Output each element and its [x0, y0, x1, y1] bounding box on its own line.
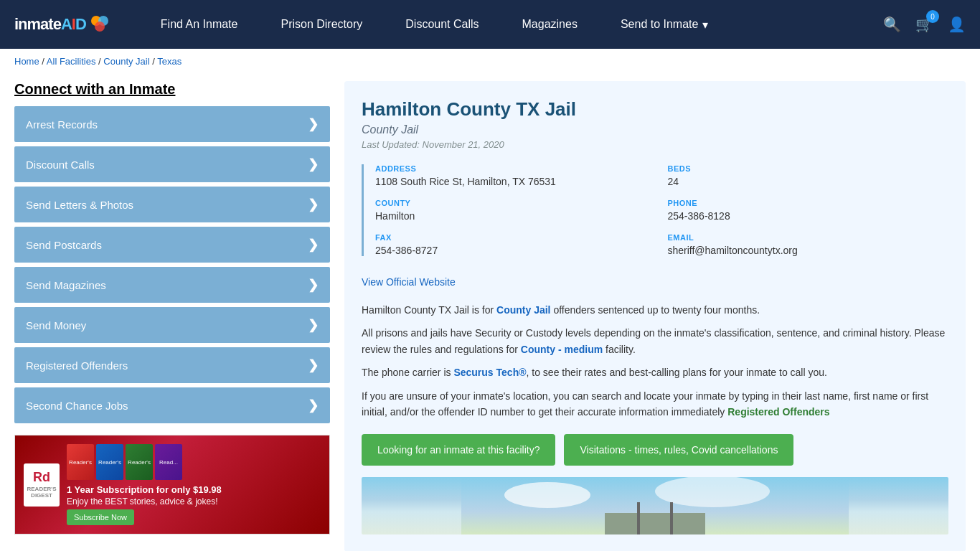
sidebar-item-arrest-records-label: Arrest Records	[26, 118, 98, 131]
sidebar-item-second-chance-jobs-label: Second Chance Jobs	[26, 400, 128, 412]
ad-subscribe-button[interactable]: Subscribe Now	[67, 509, 134, 525]
address-block: ADDRESS 1108 South Rice St, Hamilton, TX…	[375, 164, 656, 187]
ad-book-1: Reader's	[67, 444, 94, 480]
phone-label: PHONE	[668, 199, 949, 207]
sidebar: Connect with an Inmate Arrest Records ❯ …	[14, 81, 330, 551]
sidebar-item-arrest-records[interactable]: Arrest Records ❯	[14, 106, 330, 142]
ad-book-3: Reader's	[126, 444, 153, 480]
sidebar-item-send-letters-label: Send Letters & Photos	[26, 199, 133, 211]
fax-block: FAX 254-386-8727	[375, 233, 656, 256]
svg-point-2	[95, 22, 105, 32]
logo[interactable]: inmateAID	[14, 14, 110, 35]
fax-value: 254-386-8727	[375, 245, 656, 256]
svg-point-4	[504, 482, 590, 508]
action-buttons: Looking for an inmate at this facility? …	[362, 434, 948, 466]
nav-magazines[interactable]: Magazines	[501, 0, 599, 49]
securus-link[interactable]: Securus Tech®	[453, 367, 526, 378]
desc-1: Hamilton County TX Jail is for County Ja…	[362, 302, 948, 318]
fax-label: FAX	[375, 233, 656, 242]
phone-value: 254-386-8128	[668, 210, 949, 222]
sidebar-item-send-letters[interactable]: Send Letters & Photos ❯	[14, 187, 330, 222]
county-jail-link-1[interactable]: County Jail	[496, 304, 550, 316]
ad-books: Reader's Reader's Reader's Read...	[67, 444, 321, 480]
search-icon[interactable]: 🔍	[883, 16, 901, 33]
sidebar-item-send-money-label: Send Money	[26, 319, 86, 331]
sidebar-arrow-4: ❯	[308, 277, 319, 293]
sidebar-item-send-postcards[interactable]: Send Postcards ❯	[14, 227, 330, 263]
desc-4: If you are unsure of your inmate's locat…	[362, 388, 948, 420]
sidebar-arrow-6: ❯	[308, 357, 319, 373]
cart-container[interactable]: 🛒 0	[915, 16, 933, 33]
sidebar-arrow-0: ❯	[308, 116, 319, 132]
desc-3: The phone carrier is Securus Tech®, to s…	[362, 364, 948, 380]
sidebar-item-registered-offenders-label: Registered Offenders	[26, 359, 128, 372]
email-label: EMAIL	[668, 233, 949, 242]
nav-links: Find An Inmate Prison Directory Discount…	[139, 0, 883, 49]
nav-discount-calls[interactable]: Discount Calls	[384, 0, 500, 49]
desc-2: All prisons and jails have Security or C…	[362, 325, 948, 357]
address-value: 1108 South Rice St, Hamilton, TX 76531	[375, 176, 656, 187]
address-label: ADDRESS	[375, 164, 656, 173]
ad-rd-sub: READER'S DIGEST	[24, 486, 60, 499]
sidebar-arrow-3: ❯	[308, 237, 319, 253]
sidebar-arrow-2: ❯	[308, 197, 319, 212]
logo-text: inmateAID	[14, 15, 86, 34]
cart-badge: 0	[926, 10, 939, 23]
sidebar-title: Connect with an Inmate	[14, 81, 330, 98]
breadcrumb-texas[interactable]: Texas	[157, 56, 182, 67]
county-block: COUNTY Hamilton	[375, 199, 656, 222]
sidebar-item-send-postcards-label: Send Postcards	[26, 239, 102, 251]
dropdown-arrow-icon: ▾	[702, 18, 708, 32]
facility-title: Hamilton County TX Jail	[362, 98, 948, 121]
sidebar-arrow-5: ❯	[308, 317, 319, 333]
nav-send-to-inmate[interactable]: Send to Inmate ▾	[599, 0, 730, 49]
ad-title: 1 Year Subscription for only $19.98	[67, 484, 321, 495]
sidebar-item-registered-offenders[interactable]: Registered Offenders ❯	[14, 347, 330, 383]
ad-content: Reader's Reader's Reader's Read... 1 Yea…	[67, 444, 321, 525]
breadcrumb: Home / All Facilities / County Jail / Te…	[0, 49, 980, 74]
breadcrumb-home[interactable]: Home	[14, 56, 39, 67]
county-value: Hamilton	[375, 210, 656, 222]
facility-subtitle: County Jail	[362, 123, 948, 136]
nav-prison-directory[interactable]: Prison Directory	[259, 0, 384, 49]
ad-rd-logo: Rd READER'S DIGEST	[24, 463, 60, 507]
visitations-button[interactable]: Visitations - times, rules, Covid cancel…	[564, 434, 793, 466]
find-inmate-facility-button[interactable]: Looking for an inmate at this facility?	[362, 434, 555, 466]
ad-inner: Rd READER'S DIGEST Reader's Reader's Rea…	[15, 435, 329, 534]
sidebar-ad: Rd READER'S DIGEST Reader's Reader's Rea…	[14, 435, 330, 534]
beds-label: BEDS	[668, 164, 949, 173]
registered-offenders-link[interactable]: Registered Offenders	[727, 406, 829, 418]
sidebar-item-discount-calls-label: Discount Calls	[26, 159, 95, 171]
sidebar-item-send-magazines-label: Send Magazines	[26, 279, 106, 291]
sidebar-item-send-magazines[interactable]: Send Magazines ❯	[14, 267, 330, 303]
ad-book-4: Read...	[155, 444, 182, 480]
facility-photo-svg	[362, 477, 948, 534]
sidebar-item-discount-calls[interactable]: Discount Calls ❯	[14, 146, 330, 182]
official-website-link[interactable]: View Official Website	[362, 276, 456, 288]
send-to-inmate-label: Send to Inmate	[621, 18, 699, 31]
sidebar-item-send-money[interactable]: Send Money ❯	[14, 307, 330, 343]
nav-right: 🔍 🛒 0 👤	[883, 16, 966, 33]
sidebar-arrow-7: ❯	[308, 397, 319, 413]
logo-icon	[89, 14, 110, 35]
email-block: EMAIL sheriff@hamiltoncountytx.org	[668, 233, 949, 256]
facility-updated: Last Updated: November 21, 2020	[362, 139, 948, 150]
county-label: COUNTY	[375, 199, 656, 207]
navbar: inmateAID Find An Inmate Prison Director…	[0, 0, 980, 49]
beds-value: 24	[668, 176, 949, 187]
user-icon[interactable]: 👤	[948, 16, 966, 33]
ad-book-2: Reader's	[96, 444, 123, 480]
facility-info-grid: ADDRESS 1108 South Rice St, Hamilton, TX…	[362, 164, 948, 256]
nav-find-an-inmate[interactable]: Find An Inmate	[139, 0, 260, 49]
svg-rect-6	[605, 513, 705, 534]
breadcrumb-all-facilities[interactable]: All Facilities	[47, 56, 96, 67]
breadcrumb-county-jail[interactable]: County Jail	[103, 56, 149, 67]
sidebar-item-second-chance-jobs[interactable]: Second Chance Jobs ❯	[14, 387, 330, 423]
email-value: sheriff@hamiltoncountytx.org	[668, 245, 949, 256]
facility-photo	[362, 477, 948, 534]
svg-rect-7	[637, 502, 640, 534]
svg-rect-8	[670, 502, 673, 534]
county-medium-link[interactable]: County - medium	[521, 344, 603, 355]
beds-block: BEDS 24	[668, 164, 949, 187]
main-layout: Connect with an Inmate Arrest Records ❯ …	[0, 74, 980, 551]
